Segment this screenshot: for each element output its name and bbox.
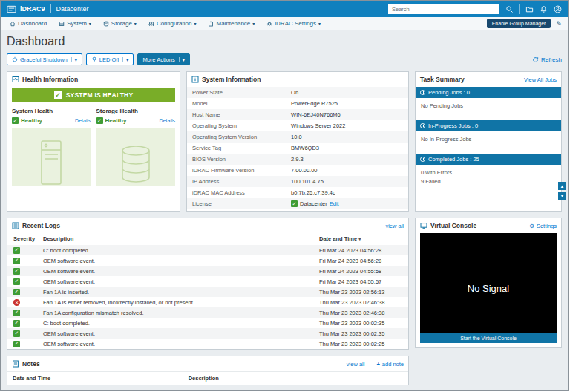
search-icon[interactable]	[505, 4, 514, 13]
start-virtual-console-button[interactable]: Start the Virtual Console	[420, 333, 557, 343]
completed-jobs-header[interactable]: Completed Jobs : 25	[416, 154, 561, 165]
nav-item-dashboard[interactable]: Dashboard	[4, 17, 53, 30]
datetime-column-header[interactable]: Date and Time ▾	[319, 235, 408, 242]
severity-column-header: Severity	[7, 235, 43, 242]
led-off-button[interactable]: LED Off ▾	[86, 53, 134, 65]
bell-icon[interactable]	[539, 4, 548, 13]
info-row: iDRAC Firmware Version7.00.00.00	[187, 165, 408, 176]
pending-jobs-header[interactable]: Pending Jobs : 0	[416, 87, 561, 98]
info-value: 10.0	[291, 134, 302, 140]
info-row: Host NameWIN-6EJ40N766M6	[187, 109, 408, 120]
info-label: Service Tag	[187, 145, 291, 151]
log-description: OEM software event.	[43, 258, 319, 264]
chevron-down-icon[interactable]: ▾	[179, 57, 185, 62]
info-value: b0:7b:25:c7:39:4c	[291, 189, 335, 196]
system-health-column: System Health ✓ Healthy Details	[12, 108, 91, 186]
notes-panel: Notes view all + add note Date and Time …	[7, 356, 409, 385]
idrac-dashboard-page: iDRAC9 Datacenter Dashboard	[0, 0, 569, 391]
settings-label: Settings	[537, 223, 557, 229]
severity-icon	[13, 320, 20, 327]
info-row: Operating System Version10.0	[187, 131, 408, 143]
log-datetime: Thu Mar 23 2023 00:02:35	[319, 330, 408, 337]
storage-health-details-link[interactable]: Details	[160, 118, 175, 123]
nav-item-storage[interactable]: Storage ▾	[97, 17, 142, 30]
chevron-down-icon[interactable]: ▾	[122, 57, 128, 62]
info-value: ✓ Datacenter Edit	[291, 200, 339, 207]
info-icon	[191, 76, 199, 83]
nav-label: Dashboard	[18, 20, 47, 27]
severity-icon	[13, 278, 20, 285]
info-value: PowerEdge R7525	[291, 100, 338, 107]
log-row: C: boot completed.Fri Mar 24 2023 04:56:…	[7, 245, 408, 255]
brand-divider	[50, 4, 51, 13]
notes-datetime-column-header: Date and Time	[13, 375, 189, 382]
power-icon	[12, 56, 18, 62]
folder-icon[interactable]	[525, 4, 534, 13]
add-note-link[interactable]: + add note	[376, 361, 404, 368]
nav-item-configuration[interactable]: Configuration ▾	[142, 17, 203, 30]
storage-icon	[103, 21, 109, 27]
more-actions-label: More Actions	[142, 56, 174, 63]
virtual-console-panel: Virtual Console ⚙ Settings No Signal Sta…	[415, 218, 562, 348]
system-info-table: Power StateOn ModelPowerEdge R7525 Host …	[187, 87, 408, 211]
info-row: BIOS Version2.9.3	[187, 154, 408, 165]
in-progress-jobs-body: No In-Progress Jobs	[416, 131, 561, 149]
panel-title: Recent Logs	[22, 222, 60, 229]
view-all-logs-link[interactable]: view all	[385, 223, 404, 229]
nav-item-idrac-settings[interactable]: iDRAC Settings ▾	[261, 17, 327, 30]
bulb-icon	[91, 56, 97, 62]
storage-health-status: ✓ Healthy Details	[96, 117, 176, 124]
log-row: OEM software event.Fri Mar 24 2023 04:56…	[7, 255, 408, 266]
panel-title: Notes	[22, 360, 40, 368]
more-actions-button[interactable]: More Actions ▾	[137, 53, 189, 65]
info-value: 100.101.4.75	[291, 178, 324, 185]
server-tower-icon	[38, 140, 65, 186]
info-value: On	[291, 89, 298, 96]
refresh-icon	[532, 56, 539, 63]
completed-jobs-section: Completed Jobs : 25 0 with Errors 9 Fail…	[416, 154, 561, 192]
panel-header: Virtual Console ⚙ Settings	[416, 218, 561, 233]
info-row: Power StateOn	[187, 87, 408, 98]
healthy-label: Healthy	[21, 117, 42, 124]
sliders-icon	[148, 21, 154, 27]
actions-toolbar: Graceful Shutdown ▾ LED Off ▾ More Actio…	[7, 53, 562, 65]
log-description: OEM software event.	[43, 341, 319, 347]
notes-row: Notes view all + add note Date and Time …	[7, 356, 562, 385]
search-input[interactable]	[388, 4, 499, 14]
log-description: OEM software event.	[43, 268, 319, 275]
clock-icon	[420, 90, 425, 95]
product-edition: Datacenter	[56, 5, 89, 13]
nav-item-maintenance[interactable]: Maintenance ▾	[202, 17, 261, 30]
nav-item-system[interactable]: System ▾	[53, 17, 97, 30]
note-icon	[12, 360, 19, 368]
in-progress-jobs-header[interactable]: In-Progress Jobs : 0	[416, 120, 561, 131]
log-datetime: Fri Mar 24 2023 04:55:58	[319, 268, 408, 275]
recent-logs-panel: Recent Logs view all Severity Descriptio…	[7, 218, 409, 350]
view-all-jobs-link[interactable]: View All Jobs	[524, 76, 557, 83]
pending-jobs-section: Pending Jobs : 0 No Pending Jobs	[416, 87, 561, 116]
license-edit-link[interactable]: Edit	[330, 200, 339, 207]
clock-icon	[420, 123, 425, 128]
info-value: 7.00.00.00	[291, 167, 317, 174]
log-row: OEM software event.Fri Mar 24 2023 04:55…	[7, 266, 408, 276]
chevron-down-icon[interactable]: ▾	[71, 57, 77, 62]
system-health-details-link[interactable]: Details	[75, 118, 91, 123]
severity-icon	[13, 330, 20, 337]
section-header-label: In-Progress Jobs : 0	[428, 122, 478, 129]
refresh-link[interactable]: Refresh	[532, 56, 562, 63]
pencil-icon[interactable]: ✎	[556, 20, 562, 27]
pending-jobs-body: No Pending Jobs	[416, 98, 561, 116]
section-header-label: Completed Jobs : 25	[428, 156, 479, 163]
scroll-up-button[interactable]: ▲	[558, 182, 566, 190]
view-all-notes-link[interactable]: view all	[347, 361, 365, 368]
nav-label: iDRAC Settings	[275, 20, 316, 27]
system-health-label: System Health	[12, 108, 91, 114]
info-value: 2.9.3	[291, 156, 304, 163]
enable-group-manager-button[interactable]: Enable Group Manager	[487, 19, 551, 28]
graceful-shutdown-button[interactable]: Graceful Shutdown ▾	[7, 53, 82, 65]
dashboard-content: Dashboard Graceful Shutdown ▾ LED Off ▾ …	[1, 30, 568, 388]
user-icon[interactable]	[553, 4, 562, 13]
console-settings-link[interactable]: ⚙ Settings	[529, 223, 557, 229]
scroll-down-button[interactable]: ▼	[558, 192, 566, 200]
severity-icon	[13, 310, 20, 316]
